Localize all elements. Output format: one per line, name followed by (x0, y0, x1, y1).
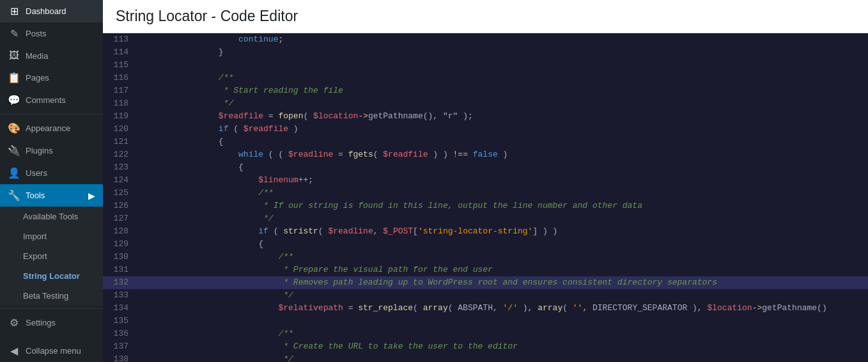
line-content: if ( $readfile ) (134, 123, 868, 136)
sidebar-item-comments[interactable]: 💬 Comments (0, 89, 103, 111)
main-content: String Locator - Code Editor 113 continu… (103, 0, 868, 362)
line-content: { (134, 161, 868, 174)
line-number: 115 (103, 59, 134, 72)
available-tools-label: Available Tools (23, 212, 78, 221)
sidebar-label-tools: Tools (26, 191, 45, 200)
code-lines: 113 continue;114 }115116 /**117 * Start … (103, 33, 868, 362)
code-line: 134 $relativepath = str_replace( array( … (103, 302, 868, 315)
line-number: 138 (103, 353, 134, 362)
line-number: 125 (103, 187, 134, 200)
line-content: * Start reading the file (134, 84, 868, 97)
code-line: 122 while ( ( $readline = fgets( $readfi… (103, 148, 868, 161)
code-editor[interactable]: 113 continue;114 }115116 /**117 * Start … (103, 33, 868, 362)
line-content: /** (134, 187, 868, 200)
line-number: 120 (103, 123, 134, 136)
code-line: 136 /** (103, 327, 868, 340)
line-content: /** (134, 72, 868, 84)
line-content: if ( stristr( $readline, $_POST['string-… (134, 225, 868, 238)
code-line: 126 * If our string is found in this lin… (103, 200, 868, 212)
line-content: { (134, 238, 868, 251)
line-content: * Removes path leading up to WordPress r… (134, 276, 868, 289)
line-number: 132 (103, 276, 134, 289)
sidebar-item-appearance[interactable]: 🎨 Appearance (0, 117, 103, 139)
line-content: /** (134, 327, 868, 340)
line-content: while ( ( $readline = fgets( $readfile )… (134, 148, 868, 161)
sidebar-item-plugins[interactable]: 🔌 Plugins (0, 139, 103, 162)
line-content: /** (134, 251, 868, 264)
line-content: * Prepare the visual path for the end us… (134, 264, 868, 276)
line-number: 137 (103, 340, 134, 353)
line-number: 124 (103, 174, 134, 187)
sidebar-item-settings[interactable]: ⚙ Settings (0, 311, 103, 334)
code-line: 113 continue; (103, 33, 868, 46)
comments-icon: 💬 (8, 94, 20, 106)
page-title: String Locator - Code Editor (116, 8, 855, 25)
sidebar-label-comments: Comments (26, 95, 66, 105)
sidebar: ⊞ Dashboard ✎ Posts 🖼 Media 📋 Pages 💬 Co… (0, 0, 103, 362)
line-content: $relativepath = str_replace( array( ABSP… (134, 302, 868, 315)
code-line: 119 $readfile = fopen( $location->getPat… (103, 110, 868, 123)
media-icon: 🖼 (8, 50, 20, 61)
line-number: 121 (103, 136, 134, 148)
sidebar-item-collapse[interactable]: ◀ Collapse menu (0, 340, 103, 362)
line-content: * Create the URL to take the user to the… (134, 340, 868, 353)
code-line: 114 } (103, 46, 868, 59)
line-content: */ (134, 97, 868, 110)
code-line: 117 * Start reading the file (103, 84, 868, 97)
code-line: 130 /** (103, 251, 868, 264)
line-number: 119 (103, 110, 134, 123)
sidebar-label-media: Media (26, 51, 48, 61)
code-line: 137 * Create the URL to take the user to… (103, 340, 868, 353)
line-content: */ (134, 289, 868, 302)
code-line: 129 { (103, 238, 868, 251)
sidebar-subitem-import[interactable]: Import (0, 226, 103, 246)
line-number: 129 (103, 238, 134, 251)
code-line: 118 */ (103, 97, 868, 110)
sidebar-item-media[interactable]: 🖼 Media (0, 45, 103, 67)
code-line: 124 $linenum++; (103, 174, 868, 187)
sidebar-item-users[interactable]: 👤 Users (0, 162, 103, 184)
sidebar-label-pages: Pages (26, 73, 49, 83)
line-content: */ (134, 212, 868, 225)
tools-arrow-icon: ▶ (88, 191, 95, 201)
users-icon: 👤 (8, 167, 20, 179)
string-locator-label: String Locator (23, 271, 80, 281)
sidebar-item-dashboard[interactable]: ⊞ Dashboard (0, 0, 103, 22)
dashboard-icon: ⊞ (8, 5, 20, 17)
line-number: 128 (103, 225, 134, 238)
line-number: 133 (103, 289, 134, 302)
sidebar-subitem-string-locator[interactable]: String Locator (0, 266, 103, 286)
line-number: 114 (103, 46, 134, 59)
line-content: $readfile = fopen( $location->getPathnam… (134, 110, 868, 123)
pages-icon: 📋 (8, 72, 20, 84)
sidebar-item-tools[interactable]: 🔧 Tools ▶ (0, 184, 103, 207)
sidebar-label-settings: Settings (26, 318, 56, 327)
code-line: 120 if ( $readfile ) (103, 123, 868, 136)
line-number: 131 (103, 264, 134, 276)
line-content: */ (134, 353, 868, 362)
sidebar-subitem-beta-testing[interactable]: Beta Testing (0, 286, 103, 306)
line-content: $linenum++; (134, 174, 868, 187)
line-number: 127 (103, 212, 134, 225)
sidebar-item-pages[interactable]: 📋 Pages (0, 67, 103, 89)
line-content: { (134, 136, 868, 148)
export-label: Export (23, 251, 47, 261)
sidebar-subitem-available-tools[interactable]: Available Tools (0, 207, 103, 226)
line-number: 116 (103, 72, 134, 84)
sidebar-label-plugins: Plugins (26, 146, 53, 155)
code-line: 125 /** (103, 187, 868, 200)
sidebar-item-posts[interactable]: ✎ Posts (0, 22, 103, 45)
line-content: continue; (134, 33, 868, 46)
settings-icon: ⚙ (8, 317, 20, 329)
line-number: 117 (103, 84, 134, 97)
beta-testing-label: Beta Testing (23, 291, 68, 301)
line-number: 136 (103, 327, 134, 340)
sidebar-label-appearance: Appearance (26, 123, 70, 133)
plugins-icon: 🔌 (8, 145, 20, 157)
line-number: 118 (103, 97, 134, 110)
code-line: 116 /** (103, 72, 868, 84)
posts-icon: ✎ (8, 28, 20, 40)
import-label: Import (23, 232, 47, 241)
line-number: 130 (103, 251, 134, 264)
sidebar-subitem-export[interactable]: Export (0, 246, 103, 266)
